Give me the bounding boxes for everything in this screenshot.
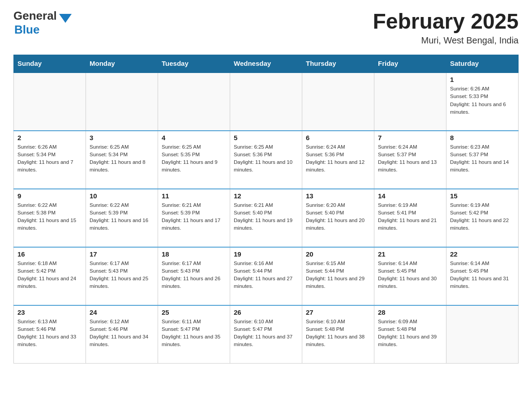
calendar-header-row: Sunday Monday Tuesday Wednesday Thursday…	[14, 55, 519, 73]
table-row: 3Sunrise: 6:25 AMSunset: 5:34 PMDaylight…	[86, 131, 158, 189]
table-row: 18Sunrise: 6:17 AMSunset: 5:43 PMDayligh…	[158, 247, 230, 305]
day-info: Sunrise: 6:26 AMSunset: 5:34 PMDaylight:…	[17, 143, 82, 174]
table-row: 5Sunrise: 6:25 AMSunset: 5:36 PMDaylight…	[230, 131, 302, 189]
col-sunday: Sunday	[14, 55, 86, 73]
day-info: Sunrise: 6:19 AMSunset: 5:41 PMDaylight:…	[378, 201, 442, 232]
day-info: Sunrise: 6:10 AMSunset: 5:47 PMDaylight:…	[234, 318, 298, 349]
logo-general-text: General	[13, 9, 57, 23]
calendar-week-row: 1Sunrise: 6:26 AMSunset: 5:33 PMDaylight…	[14, 73, 519, 131]
day-number: 7	[378, 134, 442, 141]
table-row: 14Sunrise: 6:19 AMSunset: 5:41 PMDayligh…	[374, 189, 446, 247]
location-text: Muri, West Bengal, India	[373, 35, 519, 46]
table-row: 21Sunrise: 6:14 AMSunset: 5:45 PMDayligh…	[374, 247, 446, 305]
table-row	[230, 73, 302, 131]
table-row: 9Sunrise: 6:22 AMSunset: 5:38 PMDaylight…	[14, 189, 86, 247]
table-row: 22Sunrise: 6:14 AMSunset: 5:45 PMDayligh…	[446, 247, 519, 305]
calendar-week-row: 9Sunrise: 6:22 AMSunset: 5:38 PMDaylight…	[14, 189, 519, 247]
day-number: 11	[162, 192, 226, 200]
day-info: Sunrise: 6:23 AMSunset: 5:37 PMDaylight:…	[450, 143, 515, 174]
day-number: 25	[162, 308, 226, 316]
calendar-week-row: 16Sunrise: 6:18 AMSunset: 5:42 PMDayligh…	[14, 247, 519, 305]
table-row	[374, 73, 446, 131]
day-number: 1	[450, 76, 515, 83]
day-number: 16	[17, 250, 82, 258]
col-saturday: Saturday	[446, 55, 519, 73]
logo-triangle-icon	[59, 14, 72, 23]
table-row: 10Sunrise: 6:22 AMSunset: 5:39 PMDayligh…	[86, 189, 158, 247]
table-row: 2Sunrise: 6:26 AMSunset: 5:34 PMDaylight…	[14, 131, 86, 189]
table-row: 26Sunrise: 6:10 AMSunset: 5:47 PMDayligh…	[230, 305, 302, 364]
day-number: 2	[17, 134, 82, 141]
page-header: General Blue February 2025 Muri, West Be…	[13, 9, 519, 46]
day-info: Sunrise: 6:09 AMSunset: 5:48 PMDaylight:…	[378, 318, 442, 349]
col-wednesday: Wednesday	[230, 55, 302, 73]
col-friday: Friday	[374, 55, 446, 73]
day-info: Sunrise: 6:18 AMSunset: 5:42 PMDaylight:…	[17, 260, 82, 291]
day-number: 18	[162, 250, 226, 258]
table-row: 24Sunrise: 6:12 AMSunset: 5:46 PMDayligh…	[86, 305, 158, 364]
day-info: Sunrise: 6:14 AMSunset: 5:45 PMDaylight:…	[378, 260, 442, 291]
day-info: Sunrise: 6:25 AMSunset: 5:36 PMDaylight:…	[234, 143, 298, 174]
day-info: Sunrise: 6:24 AMSunset: 5:36 PMDaylight:…	[306, 143, 370, 174]
day-info: Sunrise: 6:12 AMSunset: 5:46 PMDaylight:…	[90, 318, 154, 349]
table-row: 23Sunrise: 6:13 AMSunset: 5:46 PMDayligh…	[14, 305, 86, 364]
day-number: 28	[378, 308, 442, 316]
day-info: Sunrise: 6:10 AMSunset: 5:48 PMDaylight:…	[306, 318, 370, 349]
day-info: Sunrise: 6:19 AMSunset: 5:42 PMDaylight:…	[450, 201, 515, 232]
day-number: 9	[17, 192, 82, 200]
day-number: 3	[90, 134, 154, 141]
calendar-week-row: 23Sunrise: 6:13 AMSunset: 5:46 PMDayligh…	[14, 305, 519, 364]
day-info: Sunrise: 6:22 AMSunset: 5:38 PMDaylight:…	[17, 201, 82, 232]
table-row: 4Sunrise: 6:25 AMSunset: 5:35 PMDaylight…	[158, 131, 230, 189]
col-monday: Monday	[86, 55, 158, 73]
table-row	[14, 73, 86, 131]
day-number: 15	[450, 192, 515, 200]
day-number: 27	[306, 308, 370, 316]
title-section: February 2025 Muri, West Bengal, India	[373, 9, 519, 46]
col-thursday: Thursday	[302, 55, 374, 73]
table-row: 12Sunrise: 6:21 AMSunset: 5:40 PMDayligh…	[230, 189, 302, 247]
day-number: 19	[234, 250, 298, 258]
day-number: 20	[306, 250, 370, 258]
day-number: 13	[306, 192, 370, 200]
day-info: Sunrise: 6:21 AMSunset: 5:40 PMDaylight:…	[234, 201, 298, 232]
day-number: 12	[234, 192, 298, 200]
table-row: 8Sunrise: 6:23 AMSunset: 5:37 PMDaylight…	[446, 131, 519, 189]
table-row	[86, 73, 158, 131]
table-row: 11Sunrise: 6:21 AMSunset: 5:39 PMDayligh…	[158, 189, 230, 247]
table-row: 27Sunrise: 6:10 AMSunset: 5:48 PMDayligh…	[302, 305, 374, 364]
day-info: Sunrise: 6:21 AMSunset: 5:39 PMDaylight:…	[162, 201, 226, 232]
day-info: Sunrise: 6:25 AMSunset: 5:34 PMDaylight:…	[90, 143, 154, 174]
calendar-week-row: 2Sunrise: 6:26 AMSunset: 5:34 PMDaylight…	[14, 131, 519, 189]
month-title: February 2025	[373, 9, 519, 34]
day-info: Sunrise: 6:26 AMSunset: 5:33 PMDaylight:…	[450, 85, 515, 116]
day-number: 17	[90, 250, 154, 258]
table-row: 25Sunrise: 6:11 AMSunset: 5:47 PMDayligh…	[158, 305, 230, 364]
table-row: 7Sunrise: 6:24 AMSunset: 5:37 PMDaylight…	[374, 131, 446, 189]
table-row: 20Sunrise: 6:15 AMSunset: 5:44 PMDayligh…	[302, 247, 374, 305]
day-info: Sunrise: 6:24 AMSunset: 5:37 PMDaylight:…	[378, 143, 442, 174]
calendar-table: Sunday Monday Tuesday Wednesday Thursday…	[13, 55, 519, 364]
day-info: Sunrise: 6:22 AMSunset: 5:39 PMDaylight:…	[90, 201, 154, 232]
day-info: Sunrise: 6:15 AMSunset: 5:44 PMDaylight:…	[306, 260, 370, 291]
day-info: Sunrise: 6:17 AMSunset: 5:43 PMDaylight:…	[90, 260, 154, 291]
day-info: Sunrise: 6:25 AMSunset: 5:35 PMDaylight:…	[162, 143, 226, 174]
day-number: 5	[234, 134, 298, 141]
day-number: 10	[90, 192, 154, 200]
table-row: 1Sunrise: 6:26 AMSunset: 5:33 PMDaylight…	[446, 73, 519, 131]
day-number: 4	[162, 134, 226, 141]
day-number: 23	[17, 308, 82, 316]
table-row: 19Sunrise: 6:16 AMSunset: 5:44 PMDayligh…	[230, 247, 302, 305]
logo-blue-text: Blue	[14, 23, 39, 36]
day-info: Sunrise: 6:16 AMSunset: 5:44 PMDaylight:…	[234, 260, 298, 291]
day-number: 14	[378, 192, 442, 200]
day-info: Sunrise: 6:17 AMSunset: 5:43 PMDaylight:…	[162, 260, 226, 291]
table-row: 16Sunrise: 6:18 AMSunset: 5:42 PMDayligh…	[14, 247, 86, 305]
day-number: 26	[234, 308, 298, 316]
table-row: 13Sunrise: 6:20 AMSunset: 5:40 PMDayligh…	[302, 189, 374, 247]
table-row	[302, 73, 374, 131]
col-tuesday: Tuesday	[158, 55, 230, 73]
day-info: Sunrise: 6:11 AMSunset: 5:47 PMDaylight:…	[162, 318, 226, 349]
table-row	[446, 305, 519, 364]
table-row	[158, 73, 230, 131]
